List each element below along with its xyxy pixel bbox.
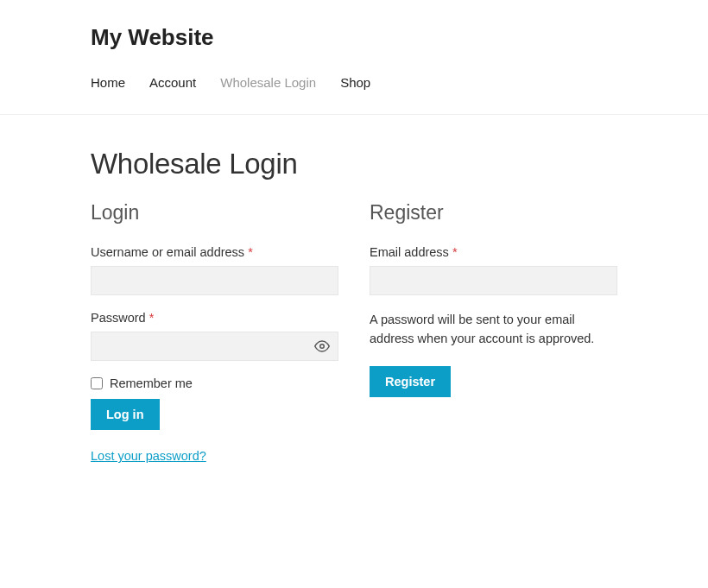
nav-item-wholesale-login[interactable]: Wholesale Login <box>220 75 316 90</box>
password-label-text: Password <box>91 311 146 325</box>
form-columns: Login Username or email address * Passwo… <box>91 201 617 464</box>
password-input[interactable] <box>91 332 338 361</box>
register-helper-text: A password will be sent to your email ad… <box>370 311 617 349</box>
page-content: Wholesale Login Login Username or email … <box>0 115 708 498</box>
password-label: Password * <box>91 311 338 325</box>
required-mark: * <box>149 311 155 325</box>
username-row: Username or email address * <box>91 245 338 295</box>
lost-password-link[interactable]: Lost your password? <box>91 449 206 463</box>
nav-item-account[interactable]: Account <box>149 75 196 90</box>
show-password-icon[interactable] <box>314 338 330 354</box>
username-label: Username or email address * <box>91 245 338 259</box>
email-label-text: Email address <box>370 245 449 259</box>
remember-checkbox[interactable] <box>91 377 103 389</box>
primary-nav: Home Account Wholesale Login Shop <box>91 75 617 114</box>
site-title: My Website <box>91 24 617 51</box>
remember-row: Remember me <box>91 376 338 390</box>
required-mark: * <box>248 245 253 259</box>
email-label: Email address * <box>370 245 617 259</box>
nav-item-shop[interactable]: Shop <box>340 75 370 90</box>
svg-point-0 <box>320 345 325 349</box>
username-label-text: Username or email address <box>91 245 244 259</box>
login-button[interactable]: Log in <box>91 399 160 430</box>
page-title: Wholesale Login <box>91 148 617 180</box>
register-button[interactable]: Register <box>370 366 451 397</box>
username-input[interactable] <box>91 266 338 295</box>
login-heading: Login <box>91 201 338 224</box>
site-header: My Website Home Account Wholesale Login … <box>0 0 708 114</box>
required-mark: * <box>452 245 458 259</box>
password-row: Password * <box>91 311 338 361</box>
register-heading: Register <box>370 201 617 224</box>
remember-label: Remember me <box>110 376 193 390</box>
login-column: Login Username or email address * Passwo… <box>91 201 338 464</box>
email-input[interactable] <box>370 266 617 295</box>
email-row: Email address * <box>370 245 617 295</box>
nav-item-home[interactable]: Home <box>91 75 125 90</box>
password-input-wrap <box>91 332 338 361</box>
register-column: Register Email address * A password will… <box>370 201 617 464</box>
